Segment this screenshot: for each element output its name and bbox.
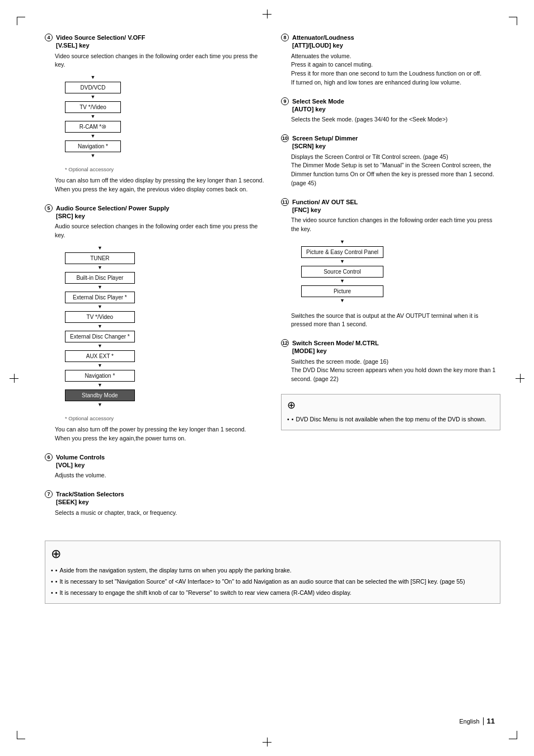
section-8-line3: Press it for more than one second to tur… bbox=[291, 69, 500, 78]
section-11-flow: Picture & Easy Control Panel Source Cont… bbox=[301, 238, 383, 305]
flow-box-ext-disc: External Disc Player * bbox=[65, 292, 135, 303]
flow-arrow bbox=[301, 238, 383, 246]
flow-box-nav: Navigation * bbox=[65, 140, 121, 152]
section-8-title: Attenuator/Loudness bbox=[292, 34, 354, 41]
note-bottom-icon: ⊕ bbox=[51, 544, 494, 563]
section-4-extra-1: You can also turn off the video display … bbox=[55, 176, 264, 185]
corner-mark-tl bbox=[17, 17, 28, 28]
flow-box-rcam: R-CAM *⑩ bbox=[65, 121, 121, 133]
section-4-num: 4 bbox=[45, 34, 53, 41]
section-6: 6 Volume Controls [VOL] key Adjusts the … bbox=[45, 453, 264, 480]
flow-arrow bbox=[65, 323, 135, 331]
section-4-title: Video Source Selection/ V.OFF bbox=[56, 34, 146, 41]
flow-arrow bbox=[301, 297, 383, 305]
note-dvd-text: • DVD Disc Menu is not available when th… bbox=[287, 415, 494, 424]
section-5-subtitle: [SRC] key bbox=[56, 212, 169, 220]
section-12: 12 Switch Screen Mode/ M.CTRL [MODE] key… bbox=[281, 339, 500, 384]
section-12-title: Switch Screen Mode/ M.CTRL bbox=[292, 339, 379, 347]
section-9-title: Select Seek Mode bbox=[292, 97, 344, 105]
flow-box-ext-changer: External Disc Changer * bbox=[65, 331, 135, 342]
section-11-title: Function/ AV OUT SEL bbox=[292, 198, 358, 206]
section-12-line1: Switches the screen mode. (page 16) bbox=[291, 358, 500, 367]
flow-box-builtin: Built-in Disc Player bbox=[65, 272, 135, 284]
section-7-num: 7 bbox=[45, 490, 53, 498]
flow-arrow bbox=[65, 264, 135, 272]
section-8-subtitle: [ATT]/[LOUD] key bbox=[292, 41, 354, 49]
section-4-body: Video source selection changes in the fo… bbox=[55, 52, 264, 70]
right-column: 8 Attenuator/Loudness [ATT]/[LOUD] key A… bbox=[281, 34, 500, 527]
flow-box-tv-video: TV */Video bbox=[65, 101, 121, 113]
section-4-footnote: * Optional accessory bbox=[65, 166, 264, 173]
section-5: 5 Audio Source Selection/ Power Supply [… bbox=[45, 204, 264, 443]
section-4: 4 Video Source Selection/ V.OFF [V.SEL] … bbox=[45, 34, 264, 194]
section-5-footnote: * Optional accessory bbox=[65, 415, 264, 422]
section-5-extra-1: You can also turn off the power by press… bbox=[55, 425, 264, 434]
flow-arrow bbox=[301, 278, 383, 285]
flow-box-tuner: TUNER bbox=[65, 252, 135, 264]
section-10-line1: Displays the Screen Control or Tilt Cont… bbox=[291, 153, 500, 162]
section-12-line2: The DVD Disc Menu screen appears when yo… bbox=[291, 366, 500, 384]
section-5-body: Audio source selection changes in the fo… bbox=[55, 222, 264, 240]
section-6-subtitle: [VOL] key bbox=[56, 461, 105, 469]
flow-arrow bbox=[65, 133, 121, 140]
section-5-flow: TUNER Built-in Disc Player External Disc… bbox=[65, 245, 135, 409]
note-dvd-icon: ⊕ bbox=[287, 398, 494, 413]
page-number: 11 bbox=[487, 717, 495, 725]
section-8-line1: Attenuates the volume. bbox=[291, 52, 500, 61]
corner-mark-br bbox=[506, 728, 517, 739]
section-11-body: The video source function changes in the… bbox=[291, 216, 500, 234]
section-4-subtitle: [V.SEL] key bbox=[56, 41, 146, 49]
note-bullet-2: • It is necessary to set "Navigation Sou… bbox=[51, 577, 494, 586]
flow-arrow bbox=[65, 382, 135, 389]
flow-box-tv: TV */Video bbox=[65, 311, 135, 323]
flow-arrow bbox=[65, 284, 135, 292]
corner-mark-bl bbox=[17, 728, 28, 739]
flow-arrow bbox=[65, 74, 121, 82]
flow-box-dvd: DVD/VCD bbox=[65, 82, 121, 93]
section-7-subtitle: [SEEK] key bbox=[56, 498, 124, 506]
section-8-line2: Press it again to cancel muting. bbox=[291, 60, 500, 69]
note-dvd-box: ⊕ • DVD Disc Menu is not available when … bbox=[281, 394, 500, 430]
flow-box-picture: Picture bbox=[301, 285, 383, 297]
section-12-subtitle: [MODE] key bbox=[292, 347, 379, 355]
flow-box-source-ctrl: Source Control bbox=[301, 266, 383, 278]
section-10-line2: The Dimmer Mode Setup is set to "Manual"… bbox=[291, 161, 500, 187]
section-10: 10 Screen Setup/ Dimmer [SCRN] key Displ… bbox=[281, 134, 500, 188]
section-6-title: Volume Controls bbox=[56, 453, 105, 461]
section-10-num: 10 bbox=[281, 134, 289, 142]
section-12-num: 12 bbox=[281, 339, 289, 347]
section-10-title: Screen Setup/ Dimmer bbox=[292, 134, 358, 142]
section-7-body: Selects a music or chapter, track, or fr… bbox=[55, 509, 264, 518]
section-7-title: Track/Station Selectors bbox=[56, 490, 124, 498]
flow-arrow bbox=[65, 152, 121, 160]
flow-arrow bbox=[65, 245, 135, 252]
section-11-subtitle: [FNC] key bbox=[292, 206, 358, 214]
section-9-body: Selects the Seek mode. (pages 34/40 for … bbox=[291, 115, 500, 124]
page-footer: English 11 bbox=[459, 717, 495, 725]
section-4-extra-2: When you press the key again, the previo… bbox=[55, 185, 264, 194]
section-11: 11 Function/ AV OUT SEL [FNC] key The vi… bbox=[281, 198, 500, 330]
section-6-body: Adjusts the volume. bbox=[55, 471, 264, 480]
flow-arrow bbox=[65, 113, 121, 121]
section-5-extra-2: When you press the key again,the power t… bbox=[55, 434, 264, 443]
flow-arrow bbox=[65, 342, 135, 350]
section-11-num: 11 bbox=[281, 198, 289, 206]
section-5-num: 5 bbox=[45, 204, 53, 212]
section-7: 7 Track/Station Selectors [SEEK] key Sel… bbox=[45, 490, 264, 517]
flow-box-aux: AUX EXT * bbox=[65, 350, 135, 362]
note-bullet-3: • It is necessary to engage the shift kn… bbox=[51, 589, 494, 598]
flow-arrow bbox=[65, 362, 135, 370]
left-column: 4 Video Source Selection/ V.OFF [V.SEL] … bbox=[45, 34, 264, 527]
section-5-title: Audio Source Selection/ Power Supply bbox=[56, 204, 169, 212]
section-11-extra: Switches the source that is output at th… bbox=[291, 312, 500, 330]
section-9: 9 Select Seek Mode [AUTO] key Selects th… bbox=[281, 97, 500, 124]
note-bottom-box: ⊕ • Aside from the navigation system, th… bbox=[45, 541, 500, 603]
corner-mark-tr bbox=[506, 17, 517, 28]
page-language: English bbox=[459, 718, 479, 725]
flow-box-picture-easy: Picture & Easy Control Panel bbox=[301, 246, 383, 258]
flow-arrow bbox=[301, 258, 383, 266]
note-bullet-1: • Aside from the navigation system, the … bbox=[51, 566, 494, 575]
section-6-num: 6 bbox=[45, 453, 53, 461]
flow-box-nav5: Navigation * bbox=[65, 370, 135, 382]
section-8-line4: If turned on, high and low tones are enh… bbox=[291, 78, 500, 87]
